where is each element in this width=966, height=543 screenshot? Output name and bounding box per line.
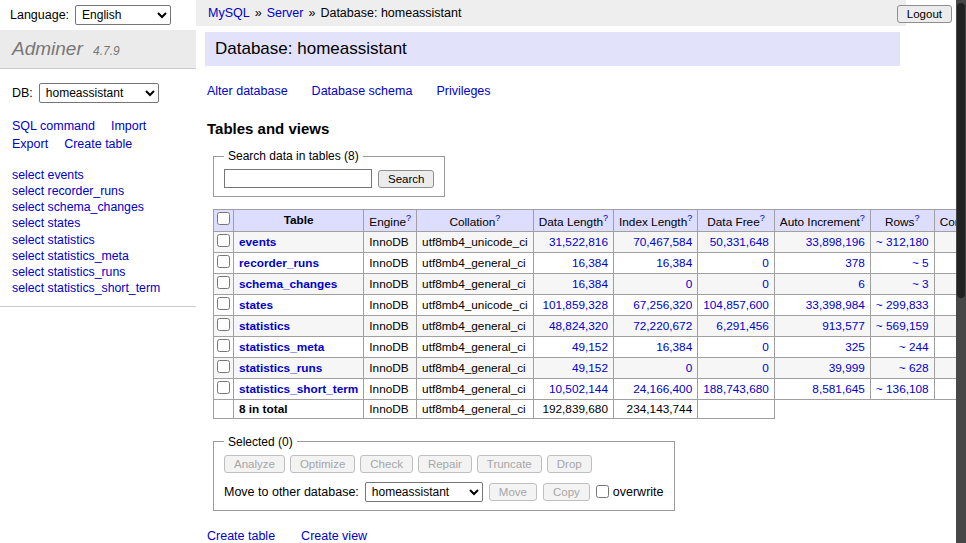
auto-increment-link[interactable]: 33,898,196 [806,235,865,249]
data-free-link[interactable]: 188,743,680 [703,382,769,396]
sidebar-table-link-select-statistics[interactable]: select statistics [0,232,196,248]
data-length-link[interactable]: 49,152 [572,340,608,354]
sidebar-table-link-select-recorder-runs[interactable]: select recorder_runs [0,183,196,199]
data-length-link[interactable]: 10,502,144 [549,382,608,396]
row-checkbox-statistics-runs[interactable] [217,360,230,373]
rows-link[interactable]: ~ 299,833 [876,298,929,312]
sidebar-table-link-select-schema-changes[interactable]: select schema_changes [0,199,196,215]
auto-increment-link[interactable]: 39,999 [829,361,865,375]
language-select[interactable]: English [75,5,171,25]
sidebar-table-link-select-statistics-runs[interactable]: select statistics_runs [0,264,196,280]
index-length-link[interactable]: 0 [686,361,693,375]
scrollbar[interactable] [956,0,966,543]
analyze-button[interactable]: Analyze [224,455,285,473]
index-length-link[interactable]: 24,166,400 [633,382,692,396]
link-create-table[interactable]: Create table [207,529,275,543]
table-name-link-states[interactable]: states [239,298,273,312]
sidebar-action-create-table[interactable]: Create table [64,137,132,151]
data-free-link[interactable]: 6,291,456 [716,319,768,333]
repair-button[interactable]: Repair [418,455,472,473]
help-link-collation[interactable]: ? [495,213,500,223]
row-checkbox-recorder-runs[interactable] [217,255,230,268]
row-checkbox-events[interactable] [217,234,230,247]
copy-button[interactable]: Copy [543,483,590,501]
data-length-link[interactable]: 16,384 [572,256,608,270]
rows-link[interactable]: ~ 569,159 [876,319,929,333]
row-checkbox-states[interactable] [217,297,230,310]
auto-increment-link[interactable]: 33,398,984 [806,298,865,312]
drop-button[interactable]: Drop [547,455,592,473]
logout-button[interactable]: Logout [897,5,952,23]
nav-link-alter-database[interactable]: Alter database [207,84,288,98]
search-button[interactable]: Search [378,170,434,188]
rows-link[interactable]: ~ 3 [912,277,929,291]
table-name-link-statistics-short-term[interactable]: statistics_short_term [239,382,358,396]
index-length-link[interactable]: 72,220,672 [633,319,692,333]
index-length-link[interactable]: 70,467,584 [633,235,692,249]
move-db-select[interactable]: homeassistant [365,482,483,502]
nav-link-privileges[interactable]: Privileges [436,84,490,98]
sidebar-action-export[interactable]: Export [12,137,48,151]
move-button[interactable]: Move [489,483,537,501]
table-name-link-statistics-meta[interactable]: statistics_meta [239,340,324,354]
auto-increment-link[interactable]: 325 [845,340,865,354]
help-link-rows[interactable]: ? [914,213,919,223]
link-create-view[interactable]: Create view [301,529,367,543]
auto-increment-link[interactable]: 6 [858,277,865,291]
data-free-link[interactable]: 0 [762,256,769,270]
table-name-link-statistics-runs[interactable]: statistics_runs [239,361,322,375]
help-link-engine[interactable]: ? [406,213,411,223]
rows-link[interactable]: ~ 312,180 [876,235,929,249]
data-length-link[interactable]: 16,384 [572,277,608,291]
data-length-link[interactable]: 101,859,328 [542,298,608,312]
row-checkbox-statistics[interactable] [217,318,230,331]
table-name-link-recorder-runs[interactable]: recorder_runs [239,256,319,270]
db-select[interactable]: homeassistant [39,83,159,103]
index-length-link[interactable]: 16,384 [656,256,692,270]
help-link-data-free[interactable]: ? [760,213,765,223]
data-length-link[interactable]: 49,152 [572,361,608,375]
data-length-link[interactable]: 31,522,816 [549,235,608,249]
search-input[interactable] [224,169,372,188]
scrollbar-thumb[interactable] [957,3,965,298]
data-free-link[interactable]: 50,331,648 [710,235,769,249]
help-link-auto-increment[interactable]: ? [860,213,865,223]
row-checkbox-statistics-meta[interactable] [217,339,230,352]
rows-link[interactable]: ~ 628 [899,361,929,375]
truncate-button[interactable]: Truncate [477,455,542,473]
row-checkbox-statistics-short-term[interactable] [217,381,230,394]
rows-link[interactable]: ~ 5 [912,256,929,270]
auto-increment-link[interactable]: 8,581,645 [812,382,864,396]
sidebar-table-link-select-states[interactable]: select states [0,215,196,231]
sidebar-table-link-select-statistics-meta[interactable]: select statistics_meta [0,248,196,264]
data-free-link[interactable]: 0 [762,277,769,291]
breadcrumb-link-mysql[interactable]: MySQL [208,6,250,20]
table-name-link-events[interactable]: events [239,235,276,249]
index-length-link[interactable]: 16,384 [656,340,692,354]
breadcrumb-link-server[interactable]: Server [267,6,304,20]
overwrite-checkbox[interactable] [596,485,609,498]
row-checkbox-schema-changes[interactable] [217,276,230,289]
nav-link-database-schema[interactable]: Database schema [312,84,413,98]
auto-increment-link[interactable]: 378 [845,256,865,270]
index-length-link[interactable]: 0 [686,277,693,291]
sidebar-action-sql-command[interactable]: SQL command [12,119,95,133]
auto-increment-link[interactable]: 913,577 [822,319,865,333]
data-free-link[interactable]: 0 [762,361,769,375]
rows-link[interactable]: ~ 244 [899,340,929,354]
data-free-link[interactable]: 104,857,600 [703,298,769,312]
select-all-checkbox[interactable] [217,212,230,225]
help-link-data-length[interactable]: ? [603,213,608,223]
optimize-button[interactable]: Optimize [290,455,355,473]
table-name-link-statistics[interactable]: statistics [239,319,290,333]
check-button[interactable]: Check [360,455,413,473]
help-link-index-length[interactable]: ? [687,213,692,223]
rows-link[interactable]: ~ 136,108 [876,382,929,396]
data-length-link[interactable]: 48,824,320 [549,319,608,333]
sidebar-table-link-select-events[interactable]: select events [0,167,196,183]
sidebar-table-link-select-statistics-short-term[interactable]: select statistics_short_term [0,280,196,296]
table-name-link-schema-changes[interactable]: schema_changes [239,277,337,291]
sidebar-action-import[interactable]: Import [111,119,146,133]
index-length-link[interactable]: 67,256,320 [633,298,692,312]
data-free-link[interactable]: 0 [762,340,769,354]
